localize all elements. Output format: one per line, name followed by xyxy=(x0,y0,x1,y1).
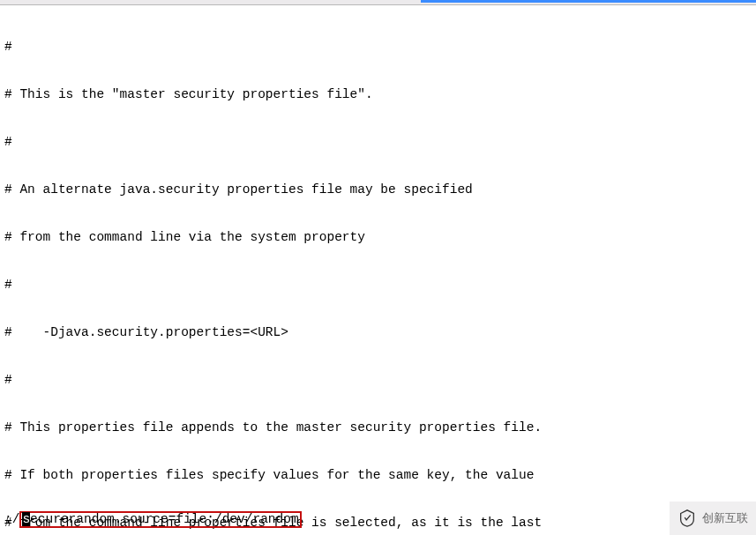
editor-line[interactable]: # -Djava.security.properties=<URL> xyxy=(4,324,756,340)
editor-line[interactable]: # This is the "master security propertie… xyxy=(4,86,756,102)
editor-line[interactable]: # xyxy=(4,277,756,293)
editor-line[interactable]: # xyxy=(4,134,756,150)
vim-command-line[interactable]: :/securerandom.source=file:/dev/random xyxy=(4,511,756,527)
command-prefix: :/ xyxy=(4,511,19,527)
editor-content[interactable]: # # This is the "master security propert… xyxy=(4,7,756,535)
editor-line[interactable]: # If both properties files specify value… xyxy=(4,467,756,483)
tab-active-highlight xyxy=(421,0,756,3)
editor-line[interactable]: # This properties file appends to the ma… xyxy=(4,420,756,435)
editor-line[interactable]: # xyxy=(4,372,756,388)
editor-line[interactable]: # from the command line via the system p… xyxy=(4,229,756,245)
search-highlight-box: securerandom.source=file:/dev/random xyxy=(19,511,301,528)
editor-line[interactable]: # An alternate java.security properties … xyxy=(4,182,756,197)
editor-line[interactable]: # xyxy=(4,39,756,55)
search-query-text: ecurerandom.source=file:/dev/random xyxy=(30,512,299,526)
watermark-badge: 创新互联 xyxy=(670,502,756,535)
cursor-position: s xyxy=(22,512,30,526)
watermark-logo-icon xyxy=(677,509,697,528)
watermark-text: 创新互联 xyxy=(702,510,748,526)
